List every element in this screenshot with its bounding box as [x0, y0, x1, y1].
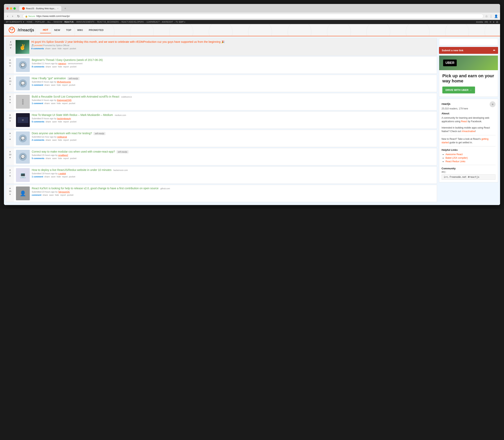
post-author[interactable]: r-wabbit [58, 172, 66, 175]
ad-pocket[interactable]: pocket [70, 47, 76, 50]
pocket-link[interactable]: pocket [67, 194, 73, 196]
pocket-link[interactable]: pocket [70, 139, 77, 141]
post-title[interactable]: React KaTeX is looking for help to relea… [32, 187, 159, 190]
babel-link[interactable]: Babel (JSX compiler) [446, 156, 468, 159]
topnav-reactjsdevelopers[interactable]: REACTJSDEVELOPERS [121, 21, 144, 23]
pocket-link[interactable]: pocket [69, 176, 75, 178]
hide-link[interactable]: hide [58, 66, 62, 68]
post-author[interactable]: smallbee2 [58, 154, 68, 156]
report-link[interactable]: report [60, 194, 66, 196]
hide-link[interactable]: hide [58, 121, 62, 123]
topnav-power-icon[interactable]: ⏻ [496, 21, 498, 23]
awesome-react-link[interactable]: Awesome React [446, 153, 463, 156]
upvote-button[interactable]: ▲ [8, 95, 12, 98]
comments-link[interactable]: 2 comments [32, 139, 44, 141]
nav-wiki[interactable]: WIKI [75, 27, 86, 33]
report-link[interactable]: report [63, 139, 69, 141]
tab-close-button[interactable]: × [57, 8, 58, 10]
hide-link[interactable]: hide [55, 194, 59, 196]
share-link[interactable]: share [45, 157, 51, 160]
reload-button[interactable]: ↻ [16, 14, 21, 18]
save-link[interactable]: save [52, 66, 57, 68]
topnav-random[interactable]: RANDOM [53, 21, 62, 23]
topnav-popular[interactable]: POPULAR [35, 21, 45, 23]
save-link[interactable]: save [51, 84, 55, 86]
post-author[interactable]: gaearon [58, 62, 66, 65]
sidebar-search-box[interactable] [439, 38, 498, 45]
share-link[interactable]: share [45, 139, 51, 141]
pocket-link[interactable]: pocket [70, 66, 77, 68]
nav-promoted[interactable]: PROMOTED [86, 27, 106, 33]
upvote-button[interactable]: ▲ [8, 150, 12, 153]
report-link[interactable]: report [63, 121, 69, 123]
topnav-all[interactable]: ALL [47, 21, 51, 23]
submit-link-button[interactable]: Submit a new link ✏ [439, 47, 498, 54]
new-tab-button[interactable]: + [63, 7, 68, 10]
save-link[interactable]: save [52, 157, 57, 160]
post-title[interactable]: Correct way to make modular css when use… [32, 150, 115, 153]
save-link[interactable]: save [52, 139, 57, 141]
browser-tab[interactable]: ReactJS - Building Web Apps... × [19, 6, 61, 11]
nav-new[interactable]: NEW [52, 27, 63, 33]
post-title[interactable]: Beginner's Thread / Easy Questions (week… [32, 58, 103, 61]
nav-hot[interactable]: HOT [40, 27, 51, 33]
share-link[interactable]: share [45, 66, 51, 68]
topnav-edit[interactable]: EDIT » [179, 21, 185, 23]
pocket-link[interactable]: pocket [69, 102, 75, 105]
report-link[interactable]: report [62, 102, 68, 105]
upvote-button[interactable]: ▲ [8, 113, 12, 116]
more-options-button[interactable]: ⋮ [490, 14, 492, 18]
share-link[interactable]: share [45, 121, 51, 123]
topnav-fu[interactable]: FU [176, 21, 178, 23]
ad-hide[interactable]: hide [57, 47, 62, 50]
pocket-link[interactable]: pocket [70, 157, 77, 160]
hide-link[interactable]: hide [58, 139, 62, 141]
topnav-star-icon[interactable]: ★ [493, 21, 494, 23]
upvote-button[interactable]: ▲ [8, 77, 12, 80]
report-link[interactable]: report [63, 157, 69, 160]
pocket-link[interactable]: pocket [70, 121, 77, 123]
upvote-button[interactable]: ▲ [9, 40, 13, 43]
comments-link[interactable]: 1 comment [32, 176, 43, 178]
downvote-button[interactable]: ▼ [8, 120, 12, 123]
share-link[interactable]: share [44, 102, 50, 105]
hide-link[interactable]: hide [57, 176, 61, 178]
pocket-link[interactable]: pocket [69, 84, 75, 86]
topnav-reactjs-beginners[interactable]: REACTJS_BEGINNERS [97, 21, 119, 23]
upvote-button[interactable]: ▲ [8, 132, 12, 135]
report-link[interactable]: report [62, 176, 68, 178]
report-link[interactable]: report [62, 84, 68, 86]
uber-cta-button[interactable]: DRIVE WITH UBER → [442, 86, 475, 94]
hide-link[interactable]: hide [57, 102, 61, 105]
topnav-username[interactable]: dceddia [476, 21, 483, 23]
save-link[interactable]: save [51, 102, 55, 105]
share-link[interactable]: share [44, 176, 50, 178]
minimize-window-button[interactable] [10, 7, 12, 10]
maximize-window-button[interactable] [13, 7, 16, 10]
downvote-button[interactable]: ▼ [8, 156, 12, 159]
forward-button[interactable]: › [11, 14, 14, 18]
reactnative-link[interactable]: /r/reactnative [462, 130, 475, 133]
topnav-home[interactable]: HOME [27, 21, 32, 23]
topnav-learnreact[interactable]: LEARNREACT [146, 21, 159, 23]
post-author[interactable]: hackingbeauty [57, 117, 71, 120]
address-bar[interactable]: 🔒 Secure https://www.reddit.com/r/reactj… [23, 14, 483, 18]
downvote-button[interactable]: ▼ [8, 175, 12, 178]
comments-link[interactable]: 1 comment [32, 84, 43, 86]
post-title[interactable]: Does anyone use selenium with react for … [32, 132, 92, 135]
hide-link[interactable]: hide [58, 157, 62, 160]
save-link[interactable]: save [51, 176, 55, 178]
report-link[interactable]: report [63, 66, 69, 68]
save-link[interactable]: save [49, 194, 53, 196]
comments-link[interactable]: 1 comment [32, 102, 43, 105]
post-author[interactable]: redbluerat [57, 136, 67, 138]
post-title[interactable]: How To Manage UI State With Redux – Mark… [32, 113, 113, 116]
ad-save[interactable]: save [52, 47, 56, 50]
post-title[interactable]: How to deploy a live ReactJS/Redux websi… [32, 168, 111, 171]
ad-share[interactable]: share [45, 47, 51, 50]
ad-title[interactable]: Hi guys! It's Splice Sounds' 2 year birt… [31, 40, 225, 43]
upvote-button[interactable]: ▲ [8, 58, 12, 61]
downvote-button[interactable]: ▼ [8, 65, 12, 68]
mysubreddits-link[interactable]: MY SUBREDDITS ▼ [6, 21, 25, 23]
comments-link[interactable]: 5 comments [32, 121, 44, 123]
